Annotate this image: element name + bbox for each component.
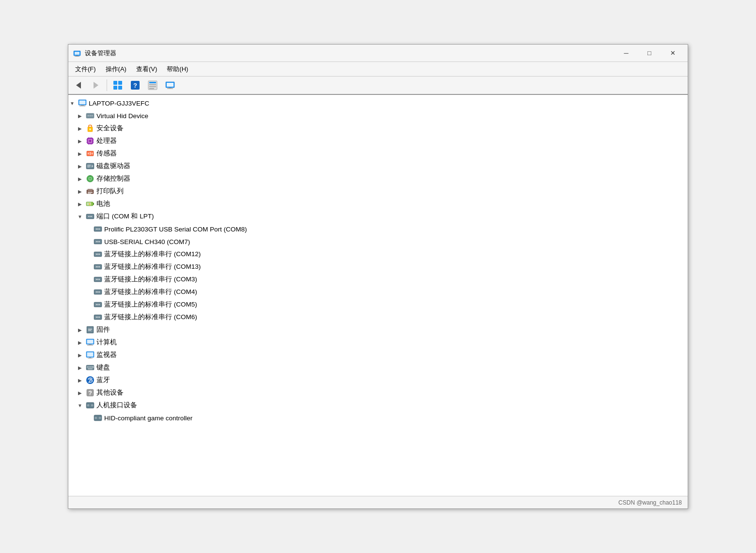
svg-rect-122 (89, 357, 91, 358)
device-tree[interactable]: ▼ LAPTOP-GJJ3VEFC ▶ (68, 95, 688, 496)
com13-label: 蓝牙链接上的标准串行 (COM13) (104, 262, 201, 271)
svg-rect-84 (96, 254, 97, 255)
svg-rect-125 (87, 366, 88, 367)
firmware-toggle[interactable]: ▶ (76, 326, 84, 334)
disk-toggle[interactable]: ▶ (76, 162, 84, 170)
svg-rect-24 (79, 106, 85, 107)
ch340-label: USB-SERIAL CH340 (COM7) (104, 238, 190, 246)
back-button[interactable] (70, 78, 87, 92)
svg-rect-2 (76, 56, 79, 56)
show-device-type-button[interactable] (110, 78, 126, 92)
tree-node-sensor[interactable]: ▶ 传感器 (68, 147, 688, 160)
sensor-icon (85, 149, 95, 158)
hid-toggle[interactable]: ▼ (76, 401, 84, 409)
tree-node-ch340[interactable]: USB-SERIAL CH340 (COM7) (68, 235, 688, 248)
monitor-label: 监视器 (96, 351, 117, 359)
help-button[interactable]: ? (127, 78, 143, 92)
virtual-hid-label: Virtual Hid Device (96, 112, 148, 120)
svg-rect-18 (167, 83, 173, 87)
properties-list-button[interactable] (144, 78, 161, 92)
svg-marker-5 (94, 82, 98, 89)
svg-rect-33 (89, 140, 92, 142)
tree-node-disk[interactable]: ▶ 磁盘驱动器 (68, 160, 688, 172)
tree-node-storage[interactable]: ▶ 存储控制器 (68, 172, 688, 185)
tree-node-root[interactable]: ▼ LAPTOP-GJJ3VEFC (68, 97, 688, 109)
tree-node-firmware[interactable]: ▶ 固件 (68, 323, 688, 336)
computer-button[interactable] (162, 78, 178, 92)
svg-rect-62 (88, 192, 93, 193)
maximize-button[interactable]: □ (638, 46, 661, 60)
svg-rect-19 (169, 88, 172, 88)
svg-rect-127 (90, 366, 91, 367)
monitor-toggle[interactable]: ▶ (76, 351, 84, 359)
device-manager-window: 设备管理器 ─ □ ✕ 文件(F) 操作(A) 查看(V) 帮助(H) (68, 44, 688, 509)
svg-text:?: ? (133, 82, 137, 89)
firmware-icon (85, 325, 95, 335)
tree-node-com6[interactable]: 蓝牙链接上的标准串行 (COM6) (68, 311, 688, 323)
tree-node-bluetooth[interactable]: ▶ ℬ 蓝牙 (68, 374, 688, 386)
tree-node-processor[interactable]: ▶ (68, 135, 688, 147)
print-toggle[interactable]: ▶ (76, 187, 84, 195)
menu-view[interactable]: 查看(V) (131, 63, 162, 76)
tree-node-com3[interactable]: 蓝牙链接上的标准串行 (COM3) (68, 273, 688, 286)
prolific-icon (93, 224, 103, 234)
tree-node-print[interactable]: ▶ 打印队列 (68, 185, 688, 198)
sensor-toggle[interactable]: ▶ (76, 150, 84, 157)
ports-toggle[interactable]: ▼ (76, 213, 84, 220)
tree-node-com13[interactable]: 蓝牙链接上的标准串行 (COM13) (68, 261, 688, 273)
hid-game-label: HID-compliant game controller (104, 415, 192, 422)
battery-label: 电池 (96, 200, 110, 208)
menu-file[interactable]: 文件(F) (70, 63, 101, 76)
keyboard-icon (85, 363, 95, 372)
storage-toggle[interactable]: ▶ (76, 175, 84, 183)
svg-rect-81 (99, 241, 100, 242)
svg-rect-130 (87, 368, 88, 369)
tree-node-other[interactable]: ▶ ? 其他设备 (68, 386, 688, 399)
svg-rect-16 (149, 88, 154, 89)
svg-rect-90 (97, 266, 98, 267)
bluetooth-toggle[interactable]: ▶ (76, 376, 84, 384)
keyboard-toggle[interactable]: ▶ (76, 364, 84, 371)
svg-rect-91 (99, 266, 100, 267)
com12-label: 蓝牙链接上的标准串行 (COM12) (104, 250, 201, 259)
tree-node-battery[interactable]: ▶ 电池 (68, 198, 688, 210)
port-icon (85, 212, 95, 221)
svg-rect-14 (149, 84, 156, 85)
tree-node-monitor[interactable]: ▶ 监视器 (68, 349, 688, 361)
tree-node-virtual-hid[interactable]: ▶ Virtual Hid Device (68, 109, 688, 122)
close-button[interactable]: ✕ (662, 46, 684, 60)
tree-node-com12[interactable]: 蓝牙链接上的标准串行 (COM12) (68, 248, 688, 261)
svg-rect-8 (113, 86, 117, 90)
menu-action[interactable]: 操作(A) (101, 63, 131, 76)
svg-rect-111 (99, 317, 100, 318)
tree-node-ports[interactable]: ▼ 端口 (COM 和 LPT) (68, 210, 688, 223)
forward-button[interactable] (88, 78, 104, 92)
tree-node-com4[interactable]: 蓝牙链接上的标准串行 (COM4) (68, 286, 688, 298)
svg-rect-71 (91, 216, 92, 217)
svg-rect-115 (88, 330, 91, 331)
tree-node-hid-game[interactable]: HID-compliant game controller (68, 412, 688, 424)
svg-rect-104 (96, 304, 97, 305)
other-toggle[interactable]: ▶ (76, 389, 84, 397)
svg-point-52 (92, 166, 93, 167)
tree-node-com5[interactable]: 蓝牙链接上的标准串行 (COM5) (68, 298, 688, 311)
tree-node-keyboard[interactable]: ▶ (68, 361, 688, 374)
minimize-button[interactable]: ─ (615, 46, 637, 60)
battery-toggle[interactable]: ▶ (76, 200, 84, 208)
computer-toggle[interactable]: ▶ (76, 338, 84, 346)
processor-toggle[interactable]: ▶ (76, 137, 84, 145)
menu-help[interactable]: 帮助(H) (162, 63, 193, 76)
tree-node-hid[interactable]: ▼ 人机接口设备 (68, 399, 688, 412)
tree-node-prolific[interactable]: Prolific PL2303GT USB Serial COM Port (C… (68, 223, 688, 235)
security-toggle[interactable]: ▶ (76, 124, 84, 132)
tree-node-computer[interactable]: ▶ 计算机 (68, 336, 688, 349)
tree-node-security[interactable]: ▶ 安全设备 (68, 122, 688, 135)
status-text: CSDN @wang_chao118 (618, 499, 682, 506)
svg-rect-20 (167, 88, 173, 89)
virtual-hid-toggle[interactable]: ▶ (76, 112, 84, 120)
com3-label: 蓝牙链接上的标准串行 (COM3) (104, 275, 197, 284)
window-controls: ─ □ ✕ (615, 46, 684, 60)
root-toggle[interactable]: ▼ (68, 99, 76, 107)
status-bar: CSDN @wang_chao118 (68, 496, 688, 508)
svg-rect-85 (97, 254, 98, 255)
